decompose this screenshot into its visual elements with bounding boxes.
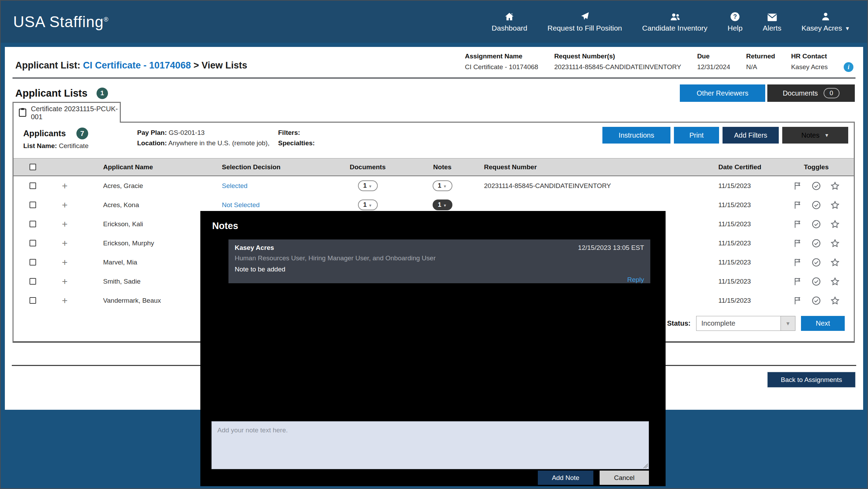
col-header-request-number: Request Number <box>482 163 698 171</box>
note-roles: Human Resources User, Hiring Manager Use… <box>235 254 644 262</box>
notes-button-label: Notes <box>801 131 819 139</box>
flag-toggle-icon[interactable] <box>793 200 802 210</box>
nav-help[interactable]: ? Help <box>728 11 743 32</box>
expand-row-icon[interactable]: + <box>62 181 67 191</box>
expand-row-icon[interactable]: + <box>62 258 67 267</box>
add-filters-button[interactable]: Add Filters <box>723 127 779 144</box>
expand-row-icon[interactable]: + <box>62 296 67 305</box>
nav-dashboard[interactable]: Dashboard <box>492 11 527 32</box>
row-checkbox[interactable] <box>30 278 36 285</box>
toggles-cell <box>777 181 855 191</box>
flag-toggle-icon[interactable] <box>793 238 802 248</box>
star-toggle-icon[interactable] <box>830 219 840 229</box>
nav-alerts[interactable]: Alerts <box>763 11 782 32</box>
print-button[interactable]: Print <box>674 127 719 144</box>
nav-candidate-inventory[interactable]: Candidate Inventory <box>642 11 708 32</box>
selection-decision-link[interactable]: Not Selected <box>222 201 260 209</box>
notes-pill[interactable]: 1▼ <box>433 199 452 210</box>
check-circle-toggle-icon[interactable] <box>811 296 821 305</box>
request-numbers-label: Request Number(s) <box>554 52 681 60</box>
flag-toggle-icon[interactable] <box>793 258 802 267</box>
question-icon: ? <box>730 11 740 22</box>
toggles-cell <box>777 277 855 286</box>
notes-modal: Notes Kasey Acres 12/15/2023 13:05 EST H… <box>200 211 666 486</box>
documents-button-label: Documents <box>783 89 818 97</box>
page-title: Applicant Lists <box>15 88 87 99</box>
star-toggle-icon[interactable] <box>830 258 840 267</box>
cancel-button[interactable]: Cancel <box>600 471 649 485</box>
star-toggle-icon[interactable] <box>830 296 840 305</box>
check-circle-toggle-icon[interactable] <box>811 181 821 191</box>
list-summary: Applicants 7 List Name: Certificate Pay … <box>14 123 854 158</box>
note-textarea[interactable] <box>211 421 649 469</box>
check-circle-toggle-icon[interactable] <box>811 238 821 248</box>
star-toggle-icon[interactable] <box>830 238 840 248</box>
tab-certificate[interactable]: Certificate 20231115-PCUK-001 <box>12 102 121 123</box>
date-certified-cell: 11/15/2023 <box>698 297 777 304</box>
next-button[interactable]: Next <box>801 316 845 331</box>
due-col: Due 12/31/2024 <box>697 52 730 71</box>
due-label: Due <box>697 52 730 60</box>
list-count-badge: 1 <box>97 88 108 99</box>
notes-pill[interactable]: 1▼ <box>433 180 452 191</box>
flag-toggle-icon[interactable] <box>793 219 802 229</box>
applicant-lists-header: Applicant Lists 1 Other Reviewers Docume… <box>15 84 855 102</box>
date-certified-cell: 11/15/2023 <box>698 182 777 190</box>
other-reviewers-button[interactable]: Other Reviewers <box>680 84 765 102</box>
list-name-value: Certificate <box>59 142 89 149</box>
check-circle-toggle-icon[interactable] <box>811 258 821 267</box>
applicants-count-badge: 7 <box>76 128 88 139</box>
notes-modal-title: Notes <box>212 221 238 231</box>
row-checkbox[interactable] <box>30 259 36 266</box>
date-certified-cell: 11/15/2023 <box>698 220 777 228</box>
nav-user-menu[interactable]: Kasey Acres▼ <box>801 11 850 32</box>
back-to-assignments-button[interactable]: Back to Assignments <box>767 372 856 388</box>
specialties-label: Specialties: <box>278 139 315 147</box>
note-timestamp: 12/15/2023 13:05 EST <box>578 244 644 252</box>
notes-dropdown-button[interactable]: Notes ▼ <box>782 127 848 144</box>
table-row: + Acres, Gracie Selected 1▼ 1▼ 20231114-… <box>14 176 854 195</box>
nav-label: Alerts <box>763 24 782 32</box>
row-checkbox[interactable] <box>30 297 36 304</box>
pay-plan-label: Pay Plan: <box>137 129 167 136</box>
reply-link[interactable]: Reply <box>627 276 644 283</box>
row-checkbox[interactable] <box>30 240 36 246</box>
select-all-checkbox[interactable] <box>30 164 36 170</box>
flag-toggle-icon[interactable] <box>793 181 802 191</box>
info-icon[interactable]: i <box>844 62 853 72</box>
col-header-notes: Notes <box>402 163 482 171</box>
star-toggle-icon[interactable] <box>830 181 840 191</box>
check-circle-toggle-icon[interactable] <box>811 277 821 286</box>
selection-decision-link[interactable]: Selected <box>222 182 248 189</box>
breadcrumb-current: View Lists <box>201 60 247 71</box>
chevron-down-icon: ▼ <box>368 203 372 207</box>
notes-count: 1 <box>438 201 441 209</box>
flag-toggle-icon[interactable] <box>793 296 802 305</box>
check-circle-toggle-icon[interactable] <box>811 219 821 229</box>
header-divider <box>12 78 856 79</box>
breadcrumb-link[interactable]: CI Certificate - 10174068 <box>83 60 191 71</box>
returned-label: Returned <box>746 52 775 60</box>
expand-row-icon[interactable]: + <box>62 200 67 210</box>
row-checkbox[interactable] <box>30 182 36 189</box>
check-circle-toggle-icon[interactable] <box>811 200 821 210</box>
status-select[interactable]: Incomplete ▼ <box>696 316 795 331</box>
row-checkbox[interactable] <box>30 221 36 227</box>
flag-toggle-icon[interactable] <box>793 277 802 286</box>
documents-pill[interactable]: 1▼ <box>358 180 378 191</box>
assignment-name-label: Assignment Name <box>465 52 538 60</box>
applicant-name: Acres, Kona <box>78 201 220 209</box>
brand-logo: USA Staffing® <box>13 13 109 31</box>
expand-row-icon[interactable]: + <box>62 277 67 286</box>
expand-row-icon[interactable]: + <box>62 219 67 229</box>
star-toggle-icon[interactable] <box>830 200 840 210</box>
expand-row-icon[interactable]: + <box>62 238 67 248</box>
row-checkbox[interactable] <box>30 202 36 208</box>
star-toggle-icon[interactable] <box>830 277 840 286</box>
add-note-button[interactable]: Add Note <box>538 471 593 485</box>
documents-pill[interactable]: 1▼ <box>358 199 378 210</box>
instructions-button[interactable]: Instructions <box>602 127 670 144</box>
nav-request-to-fill-position[interactable]: Request to Fill Position <box>548 11 622 32</box>
documents-button[interactable]: Documents 0 <box>767 84 855 102</box>
date-certified-cell: 11/15/2023 <box>698 201 777 209</box>
